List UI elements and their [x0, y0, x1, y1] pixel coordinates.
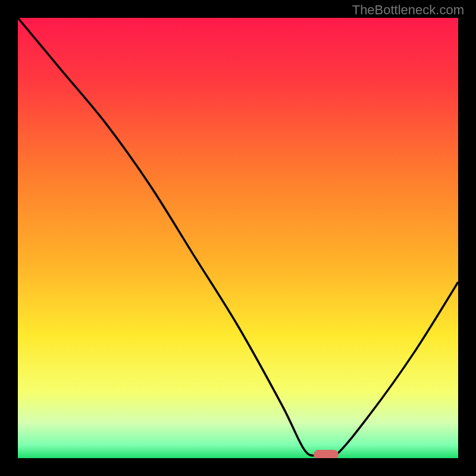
bottleneck-chart [18, 18, 458, 458]
gradient-background [18, 18, 458, 458]
chart-frame [18, 18, 458, 458]
watermark-text: TheBottleneck.com [352, 2, 464, 18]
optimal-marker [314, 450, 339, 458]
